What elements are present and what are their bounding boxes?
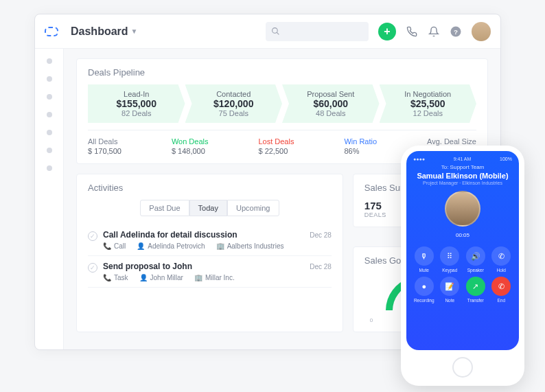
pipeline-stat: Lost Deals$ 22,500 xyxy=(258,137,294,155)
keypad-icon: ⠿ xyxy=(440,246,459,266)
activity-date: Dec 28 xyxy=(310,231,332,239)
person-icon: 👤 xyxy=(137,242,145,250)
phone-keypad-button[interactable]: ⠿Keypad xyxy=(439,246,461,273)
page-title[interactable]: Dashboard ▼ xyxy=(71,25,137,38)
sidebar-item[interactable] xyxy=(47,58,52,64)
phone-hold-button[interactable]: ✆Hold xyxy=(491,246,513,273)
building-icon: 🏢 xyxy=(194,274,202,281)
pipeline-title: Deals Pipeline xyxy=(88,67,476,78)
stat-value: $ 148,000 xyxy=(172,147,209,155)
phone-btn-label: End xyxy=(497,298,505,303)
phone-end-button[interactable]: ✆End xyxy=(491,277,513,303)
sidebar-item[interactable] xyxy=(47,130,52,135)
stage-amount: $60,000 xyxy=(290,98,371,109)
stage-name: In Negotiation xyxy=(388,90,469,98)
phone-caller-avatar xyxy=(445,191,480,227)
summary-deals: 175 xyxy=(364,200,386,211)
sidebar-item[interactable] xyxy=(47,112,52,117)
phone-btn-label: Keypad xyxy=(442,268,457,273)
stage-deals: 75 Deals xyxy=(194,109,275,117)
activity-type: 📞Call xyxy=(103,242,126,250)
add-button[interactable]: + xyxy=(378,23,396,41)
search-icon xyxy=(271,27,280,36)
phone-btn-label: Speaker xyxy=(467,268,484,273)
type-icon: 📞 xyxy=(103,274,111,281)
phone-status-time: 9:41 AM xyxy=(454,157,472,161)
speaker-icon: 🔊 xyxy=(466,246,485,266)
stat-label: Won Deals xyxy=(172,137,209,146)
transfer-icon: ↗ xyxy=(466,277,485,296)
bell-icon[interactable] xyxy=(428,25,440,38)
sidebar xyxy=(35,49,64,349)
activities-title: Activities xyxy=(88,183,332,193)
building-icon: 🏢 xyxy=(216,242,224,250)
phone-mockup: ●●●● 9:41 AM 100% To: Support Team Samua… xyxy=(401,146,524,386)
activities-card: Activities Past DueTodayUpcoming ✓Call A… xyxy=(76,174,343,332)
phone-caller-name: Samual Elkinson (Mobile) xyxy=(413,172,512,180)
pipeline-stage[interactable]: Proposal Sent$60,00048 Deals xyxy=(282,84,380,123)
phone-duration: 00:05 xyxy=(413,232,512,238)
phone-recording-button[interactable]: ●Recording xyxy=(413,277,435,303)
activity-date: Dec 28 xyxy=(310,263,332,270)
stat-label: Avg. Deal Size xyxy=(427,137,476,146)
sidebar-item[interactable] xyxy=(47,94,52,100)
recording-icon: ● xyxy=(415,277,434,296)
activity-checkbox[interactable]: ✓ xyxy=(88,263,97,273)
stage-name: Proposal Sent xyxy=(290,90,371,98)
gauge-min: 0 xyxy=(370,317,373,323)
activity-checkbox[interactable]: ✓ xyxy=(88,231,97,241)
svg-point-0 xyxy=(272,28,278,34)
activity-item[interactable]: ✓Send proposal to John📞Task👤John Millar🏢… xyxy=(88,256,332,288)
phone-signal-icon: ●●●● xyxy=(413,157,425,161)
pipeline-stat: Win Ratio86% xyxy=(344,137,377,155)
type-icon: 📞 xyxy=(103,242,111,250)
stage-deals: 12 Deals xyxy=(388,109,469,117)
phone-home-button[interactable] xyxy=(452,357,473,378)
sidebar-item[interactable] xyxy=(47,76,52,82)
activity-title: Send proposal to John xyxy=(103,262,304,271)
activity-title: Call Adelinda for detail discussion xyxy=(103,230,304,240)
stat-label: All Deals xyxy=(88,137,121,146)
activity-company: 🏢Millar Inc. xyxy=(194,274,235,281)
phone-transfer-button[interactable]: ↗Transfer xyxy=(465,277,487,303)
search-input[interactable] xyxy=(266,22,369,41)
stat-label: Lost Deals xyxy=(258,137,294,146)
phone-icon[interactable] xyxy=(406,25,418,38)
sidebar-item[interactable] xyxy=(47,148,52,153)
pipeline-stage[interactable]: Contacted$120,00075 Deals xyxy=(185,84,283,123)
stat-value: 86% xyxy=(344,147,377,155)
end-icon: ✆ xyxy=(491,277,511,296)
phone-speaker-button[interactable]: 🔊Speaker xyxy=(465,246,487,273)
stat-value: $ 170,500 xyxy=(88,147,121,155)
sidebar-item[interactable] xyxy=(47,165,52,171)
activity-item[interactable]: ✓Call Adelinda for detail discussion📞Cal… xyxy=(88,224,332,256)
phone-btn-label: Transfer xyxy=(467,298,484,303)
phone-note-button[interactable]: 📝Note xyxy=(439,277,461,303)
chevron-down-icon: ▼ xyxy=(131,27,138,35)
stat-label: Win Ratio xyxy=(344,137,377,146)
stage-amount: $120,000 xyxy=(194,98,275,109)
stage-deals: 48 Deals xyxy=(290,109,371,117)
pipeline-stage[interactable]: In Negotiation$25,50012 Deals xyxy=(380,84,477,123)
help-icon[interactable]: ? xyxy=(450,25,462,38)
svg-line-1 xyxy=(277,32,279,34)
activities-tab[interactable]: Upcoming xyxy=(227,200,279,216)
activity-person: 👤John Millar xyxy=(139,274,183,281)
phone-caller-sub: Project Manager · Elkinson Industries xyxy=(413,181,512,185)
stage-amount: $25,500 xyxy=(388,98,469,109)
phone-btn-label: Hold xyxy=(497,268,506,273)
activity-person: 👤Adelinda Petrovich xyxy=(137,242,205,250)
activities-tab[interactable]: Today xyxy=(189,200,227,216)
user-avatar[interactable] xyxy=(472,22,491,41)
svg-text:?: ? xyxy=(454,27,458,35)
phone-btn-label: Note xyxy=(445,298,454,303)
app-logo xyxy=(45,27,58,36)
stage-deals: 82 Deals xyxy=(96,109,177,117)
activity-company: 🏢Aalberts Industries xyxy=(216,242,284,250)
stage-amount: $155,000 xyxy=(96,98,177,109)
activities-tab[interactable]: Past Due xyxy=(140,200,189,216)
phone-battery: 100% xyxy=(500,157,512,161)
phone-mute-button[interactable]: 🎙Mute xyxy=(413,246,435,273)
pipeline-stage[interactable]: Lead-In$155,00082 Deals xyxy=(88,84,185,123)
pipeline-stat: All Deals$ 170,500 xyxy=(88,137,121,155)
